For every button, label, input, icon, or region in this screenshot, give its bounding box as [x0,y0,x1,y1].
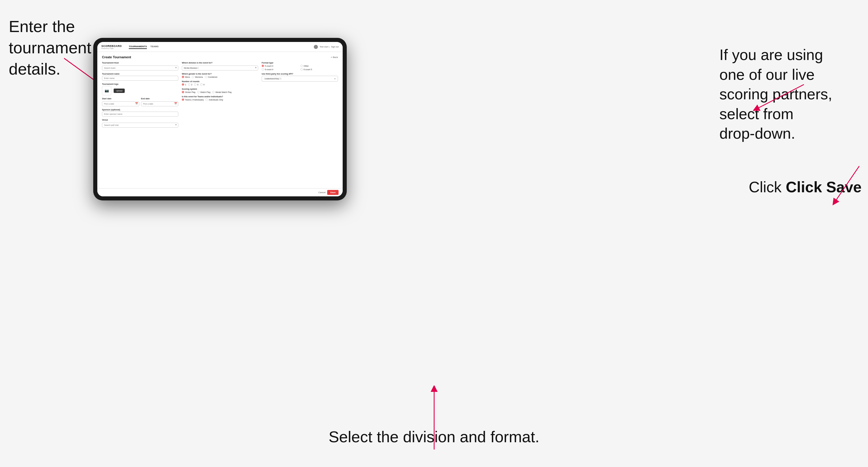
rounds-3-label: 3 [197,84,198,86]
scoring-stroke[interactable]: Stroke Play [182,91,195,93]
nav-right: Test User | Sign out [314,45,339,49]
format-6count5-radio[interactable] [301,68,303,70]
scoring-medal[interactable]: Medal Match Play [212,91,231,93]
tournament-host-input[interactable] [102,66,178,70]
format-6count5-label: 6 count 5 [304,68,312,70]
teams-individuals-only[interactable]: Individuals Only [206,98,223,101]
venue-input[interactable] [102,123,178,128]
division-input[interactable] [182,66,258,70]
nav-signout[interactable]: Sign out [331,46,339,48]
back-link[interactable]: < Back [331,56,338,59]
third-party-group: Use third-party live scoring API? Leader… [262,73,338,82]
rounds-4-label: 4 [204,84,205,86]
format-label: Format type [262,62,338,64]
rounds-3-radio[interactable] [194,83,196,86]
division-chevron-icon: ▼ [255,66,257,69]
scoring-stroke-radio[interactable] [182,91,184,93]
format-5count4-radio[interactable] [262,65,264,67]
annotation-clicksave: Click Click Save [749,178,862,197]
rounds-group: Number of rounds 1 2 [182,81,258,86]
cancel-button[interactable]: Cancel [318,191,326,194]
sponsor-input[interactable] [102,112,178,117]
tournament-host-input-wrap: ▼ [102,65,178,70]
rounds-4-radio[interactable] [200,83,203,86]
end-date-wrap: 📅 [141,100,178,106]
page-header: Create Tournament < Back [102,55,338,59]
rounds-radio-group: 1 2 3 4 [182,83,258,86]
annotation-topright: If you are using one of our live scoring… [719,45,859,144]
scoring-match-label: Match Play [200,91,211,93]
format-group: Format type 5 count 4 Other [262,62,338,70]
venue-group: Venue ▼ [102,119,178,128]
scoring-medal-radio[interactable] [212,91,214,93]
format-5count4[interactable]: 5 count 4 [262,65,299,67]
tablet: SCOREBOARD Powered by Clippit TOURNAMENT… [93,38,347,200]
format-other[interactable]: Other [301,65,338,67]
scoring-medal-label: Medal Match Play [215,91,231,93]
end-date-group: End date 📅 [141,98,178,106]
gender-combined[interactable]: Combined [205,76,217,78]
gender-womens[interactable]: Womens [192,76,203,78]
sponsor-label: Sponsor (optional) [102,109,178,111]
tournament-name-label: Tournament name [102,73,178,75]
upload-button[interactable]: Upload [114,89,125,93]
footer-bar: Cancel Save [97,188,343,196]
rounds-2[interactable]: 2 [188,83,192,86]
rounds-1-radio[interactable] [182,83,184,86]
teams-group: Is this event for Teams and/or Individua… [182,96,258,101]
end-date-label: End date [141,98,178,100]
format-6count4-radio[interactable] [262,68,264,70]
gender-mens-radio[interactable] [182,76,184,78]
teams-label: Is this event for Teams and/or Individua… [182,96,258,98]
tab-tournaments[interactable]: TOURNAMENTS [129,44,147,49]
format-other-radio[interactable] [301,65,303,67]
scoring-match-radio[interactable] [197,91,199,93]
scoring-stroke-label: Stroke Play [185,91,195,93]
gender-mens-label: Mens [185,76,190,78]
rounds-1-label: 1 [185,84,186,86]
gender-combined-radio[interactable] [205,76,207,78]
scoring-match[interactable]: Match Play [197,91,211,93]
page-title: Create Tournament [102,55,131,59]
tournament-name-input[interactable] [102,76,178,81]
rounds-2-label: 2 [191,84,192,86]
format-6count5[interactable]: 6 count 5 [301,68,338,70]
logo-placeholder: 📷 [102,86,111,95]
teams-plus-radio[interactable] [182,98,184,101]
tab-teams[interactable]: TEAMS [150,44,158,49]
gender-label: Which gender is the event for? [182,73,258,75]
rounds-2-radio[interactable] [188,83,190,86]
rounds-label: Number of rounds [182,81,258,83]
format-options-grid: 5 count 4 Other 6 count 4 [262,65,338,70]
form-col-2: Which division is the event for? ▼ Which… [182,62,258,128]
third-party-tag: Leaderboard King × [264,77,282,80]
image-icon: 📷 [104,89,109,93]
end-date-input[interactable] [141,101,178,106]
gender-womens-radio[interactable] [192,76,194,78]
sponsor-group: Sponsor (optional) [102,109,178,117]
rounds-3[interactable]: 3 [194,83,198,86]
teams-individuals-radio[interactable] [206,98,208,101]
calendar-icon-2: 📅 [174,102,177,105]
format-6count4[interactable]: 6 count 4 [262,68,299,70]
nav-tabs: TOURNAMENTS TEAMS [129,44,158,49]
teams-plus-individuals[interactable]: Teams (+Individuals) [182,98,204,101]
annotation-bottom: Select the division and format. [329,427,539,447]
page-content: Create Tournament < Back Tournament Host… [97,52,343,188]
nav-username: Test User | [320,46,329,48]
tournament-logo-group: Tournament logo 📷 Upload [102,83,178,95]
scoring-radio-group: Stroke Play Match Play Medal Match Play [182,91,258,93]
tournament-name-group: Tournament name [102,73,178,81]
save-button[interactable]: Save [327,190,339,195]
gender-womens-label: Womens [195,76,203,78]
rounds-1[interactable]: 1 [182,83,186,86]
rounds-4[interactable]: 4 [200,83,205,86]
gender-mens[interactable]: Mens [182,76,190,78]
nav-bar: SCOREBOARD Powered by Clippit TOURNAMENT… [97,42,343,52]
format-other-label: Other [304,65,309,67]
start-date-input[interactable] [102,101,139,106]
third-party-input[interactable]: Leaderboard King × ▼ [262,76,338,82]
start-date-group: Start date 📅 [102,98,139,106]
third-party-close[interactable]: × [280,78,281,80]
logo-uploader: 📷 Upload [102,86,178,95]
